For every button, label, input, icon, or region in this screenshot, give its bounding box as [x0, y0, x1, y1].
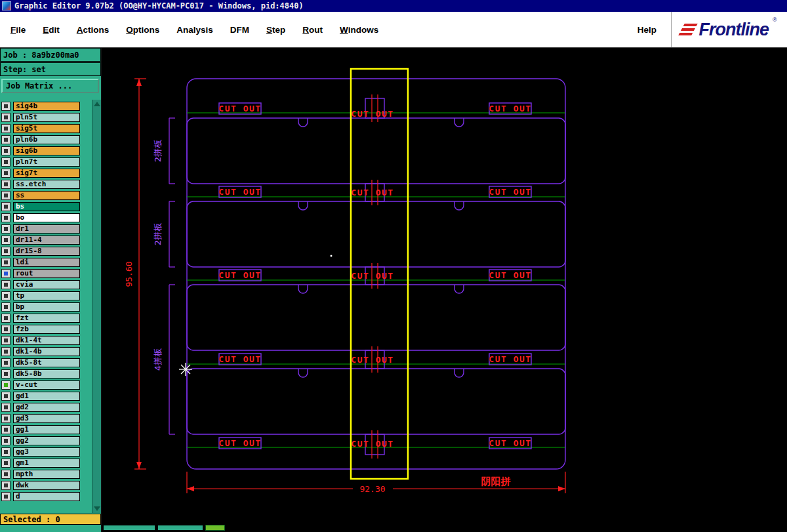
menu-item[interactable]: File	[10, 25, 26, 35]
layer-visibility-checkbox[interactable]	[1, 347, 10, 356]
layer-name-label[interactable]: sig4b	[13, 102, 80, 111]
menu-item[interactable]: Options	[126, 25, 159, 35]
layer-visibility-checkbox[interactable]	[1, 447, 10, 457]
layer-row[interactable]: sig5t	[1, 123, 80, 134]
layer-name-label[interactable]: dk5-8b	[13, 369, 80, 379]
layer-row[interactable]: pln6b	[1, 134, 80, 145]
menu-item-help[interactable]: Help	[637, 25, 656, 35]
layer-name-label[interactable]: d	[13, 492, 80, 501]
layer-row[interactable]: ldi	[1, 256, 80, 268]
layer-visibility-checkbox[interactable]	[1, 146, 10, 155]
layer-visibility-checkbox[interactable]	[1, 380, 10, 390]
layer-name-label[interactable]: bp	[13, 302, 80, 312]
layer-visibility-checkbox[interactable]	[1, 180, 10, 189]
layer-row[interactable]: tp	[1, 290, 80, 301]
layer-visibility-checkbox[interactable]	[1, 470, 10, 479]
layer-name-label[interactable]: fzb	[13, 325, 80, 334]
layer-visibility-checkbox[interactable]	[1, 135, 10, 144]
layer-row[interactable]: v-cut	[1, 379, 80, 390]
menu-item[interactable]: Actions	[77, 25, 110, 35]
layer-name-label[interactable]: gm1	[13, 459, 80, 468]
layer-name-label[interactable]: pln5t	[13, 113, 80, 122]
layer-name-label[interactable]: dk1-4b	[13, 347, 80, 356]
layer-row[interactable]: dk1-4t	[1, 335, 80, 346]
layer-name-label[interactable]: gg3	[13, 447, 80, 457]
layer-name-label[interactable]: rout	[13, 269, 80, 278]
layer-visibility-checkbox[interactable]	[1, 358, 10, 367]
layer-row[interactable]: pln7t	[1, 156, 80, 167]
layer-name-label[interactable]: sig6b	[13, 146, 80, 155]
layer-row[interactable]: d	[1, 491, 80, 502]
layer-name-label[interactable]: ldi	[13, 258, 80, 267]
layer-row[interactable]: gg2	[1, 435, 80, 446]
layer-row[interactable]: dk5-8b	[1, 368, 80, 379]
menu-item[interactable]: DFM	[230, 25, 249, 35]
layer-row[interactable]: dk5-8t	[1, 357, 80, 368]
layer-visibility-checkbox[interactable]	[1, 492, 10, 501]
layer-visibility-checkbox[interactable]	[1, 302, 10, 312]
layer-row[interactable]: fzb	[1, 323, 80, 335]
layer-visibility-checkbox[interactable]	[1, 269, 10, 278]
layer-name-label[interactable]: cvia	[13, 280, 80, 289]
layer-visibility-checkbox[interactable]	[1, 291, 10, 300]
layer-visibility-checkbox[interactable]	[1, 213, 10, 222]
layer-row[interactable]: dk1-4b	[1, 346, 80, 357]
layer-visibility-checkbox[interactable]	[1, 280, 10, 289]
scroll-down-icon[interactable]	[94, 506, 100, 511]
layer-visibility-checkbox[interactable]	[1, 403, 10, 412]
layer-name-label[interactable]: dr15-8	[13, 247, 80, 256]
layer-row[interactable]: dr15-8	[1, 245, 80, 256]
layer-visibility-checkbox[interactable]	[1, 369, 10, 379]
layer-visibility-checkbox[interactable]	[1, 202, 10, 211]
layer-visibility-checkbox[interactable]	[1, 459, 10, 468]
layer-row[interactable]: dwk	[1, 480, 80, 491]
menu-item[interactable]: Step	[266, 25, 285, 35]
layer-scrollbar[interactable]	[92, 100, 101, 513]
layer-row[interactable]: bo	[1, 212, 80, 223]
menu-item[interactable]: Edit	[43, 25, 60, 35]
menu-item[interactable]: Analysis	[176, 25, 213, 35]
layer-name-label[interactable]: fzt	[13, 314, 80, 323]
layer-name-label[interactable]: bo	[13, 213, 80, 222]
layer-row[interactable]: ss	[1, 190, 80, 201]
layer-row[interactable]: dr1	[1, 223, 80, 234]
layer-row[interactable]: gd1	[1, 390, 80, 401]
layer-visibility-checkbox[interactable]	[1, 157, 10, 167]
layer-visibility-checkbox[interactable]	[1, 314, 10, 323]
layer-name-label[interactable]: gd1	[13, 392, 80, 401]
layer-row[interactable]: gm1	[1, 457, 80, 468]
layer-name-label[interactable]: tp	[13, 291, 80, 300]
layer-visibility-checkbox[interactable]	[1, 113, 10, 122]
layer-name-label[interactable]: sig5t	[13, 124, 80, 133]
layer-row[interactable]: pln5t	[1, 112, 80, 123]
layer-row[interactable]: dr11-4	[1, 234, 80, 245]
layer-name-label[interactable]: dr1	[13, 224, 80, 234]
layer-row[interactable]: ss.etch	[1, 178, 80, 190]
title-bar[interactable]: Graphic Editor 9.07b2 (OO@HY-HYCAM-PC017…	[0, 0, 787, 12]
layer-row[interactable]: sig4b	[1, 100, 80, 112]
layer-visibility-checkbox[interactable]	[1, 258, 10, 267]
layer-row[interactable]: sig6b	[1, 145, 80, 156]
layer-name-label[interactable]: dk5-8t	[13, 358, 80, 367]
layer-name-label[interactable]: dk1-4t	[13, 336, 80, 345]
layer-visibility-checkbox[interactable]	[1, 481, 10, 490]
layer-row[interactable]: gd3	[1, 413, 80, 424]
layer-row[interactable]: sig7t	[1, 167, 80, 178]
layer-visibility-checkbox[interactable]	[1, 414, 10, 423]
layer-visibility-checkbox[interactable]	[1, 325, 10, 334]
layer-name-label[interactable]: bs	[13, 202, 80, 211]
layer-name-label[interactable]: gd2	[13, 403, 80, 412]
layer-name-label[interactable]: ss.etch	[13, 180, 80, 189]
job-matrix-button[interactable]: Job Matrix ...	[1, 79, 99, 93]
layer-visibility-checkbox[interactable]	[1, 191, 10, 200]
layer-visibility-checkbox[interactable]	[1, 247, 10, 256]
layer-visibility-checkbox[interactable]	[1, 336, 10, 345]
layer-row[interactable]: gg3	[1, 446, 80, 457]
layer-name-label[interactable]: ss	[13, 191, 80, 200]
layer-visibility-checkbox[interactable]	[1, 102, 10, 111]
scroll-up-icon[interactable]	[94, 102, 100, 106]
layer-name-label[interactable]: gg1	[13, 425, 80, 434]
layer-visibility-checkbox[interactable]	[1, 169, 10, 178]
menu-item[interactable]: Windows	[340, 25, 378, 35]
main-canvas[interactable]: CUT OUT CUT OUT CUT OUT CUT OUT CUT OUT …	[102, 48, 787, 532]
